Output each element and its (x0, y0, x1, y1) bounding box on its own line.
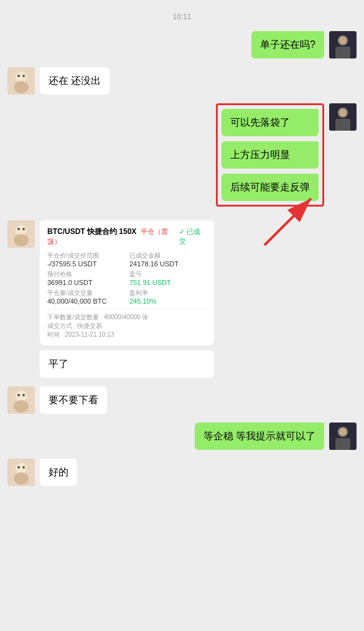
message-bubble: 等企稳 等我提示就可以了 (195, 423, 324, 450)
svg-point-32 (17, 466, 20, 469)
svg-point-18 (17, 228, 20, 230)
bubble-wrap: 要不要下看 (40, 386, 107, 414)
bubble-wrap: 还在 还没出 (40, 67, 110, 95)
svg-point-12 (339, 109, 347, 116)
trade-label: 盈亏 751.91 USDT (129, 270, 207, 286)
avatar (7, 220, 35, 248)
avatar (329, 423, 357, 450)
avatar (7, 386, 35, 414)
message-bubble-ping: 平了 (40, 350, 214, 378)
bubble-wrap: 等企稳 等我提示就可以了 (195, 423, 324, 450)
svg-point-7 (17, 75, 20, 77)
message-bubble: 好的 (40, 459, 77, 486)
svg-point-31 (14, 472, 29, 485)
avatar (7, 67, 35, 95)
message-bubble: 还在 还没出 (40, 67, 110, 95)
trade-card-grid: 平仓价/成交价范围 -/37595.5 USDT 已成交金额 24178.16 … (47, 251, 207, 305)
trade-label: 已成交金额 24178.16 USDT (129, 251, 207, 268)
highlighted-bubble-wrap: 可以先落袋了 上方压力明显 后续可能要走反弹 (216, 103, 324, 207)
svg-point-19 (22, 228, 25, 230)
svg-point-17 (14, 234, 29, 246)
highlight-box: 可以先落袋了 上方压力明显 后续可能要走反弹 (216, 103, 324, 207)
trade-card-header: BTC/USDT 快捷合约 150X 平仓（震荡） ✓ 已成交 (47, 227, 207, 246)
avatar (329, 103, 357, 131)
bubble-wrap: 好的 (40, 459, 77, 486)
svg-point-8 (22, 75, 25, 77)
highlighted-messages-row: 可以先落袋了 上方压力明显 后续可能要走反弹 (0, 103, 364, 207)
message-row: 要不要下看 (0, 386, 364, 414)
message-row: 等企稳 等我提示就可以了 (0, 423, 364, 450)
svg-point-22 (14, 400, 29, 413)
trade-card-title: BTC/USDT 快捷合约 150X (47, 227, 136, 236)
message-row: 好的 (0, 459, 364, 486)
trade-label: 预付价格 36991.0 USDT (47, 270, 124, 286)
trade-label: 平仓量/成交交量 40,000/40,000 BTC (47, 289, 124, 305)
avatar (329, 31, 357, 58)
svg-point-23 (17, 394, 20, 396)
trade-bubble-wrap: BTC/USDT 快捷合约 150X 平仓（震荡） ✓ 已成交 平仓价/成交价范… (40, 220, 214, 378)
trade-card-status: ✓ 已成交 (179, 227, 207, 246)
trade-card-footer: 下单数量/成交数量 40000/40000 张 成交方式 快捷交易 时间 202… (47, 313, 207, 339)
bubble-wrap: 单子还在吗? (251, 31, 324, 58)
svg-point-33 (22, 466, 25, 469)
svg-point-28 (339, 428, 347, 436)
trade-card[interactable]: BTC/USDT 快捷合约 150X 平仓（震荡） ✓ 已成交 平仓价/成交价范… (40, 220, 214, 345)
svg-rect-2 (335, 47, 350, 58)
timestamp: 10:11 (0, 12, 364, 21)
message-bubble-highlight-3: 后续可能要走反弹 (222, 174, 319, 201)
message-row: 还在 还没出 (0, 67, 364, 95)
svg-rect-11 (335, 119, 350, 131)
trade-label: 盈利率 245.10% (129, 289, 207, 305)
message-bubble-highlight-2: 上方压力明显 (222, 141, 319, 169)
svg-point-24 (22, 394, 25, 396)
message-bubble: 单子还在吗? (251, 31, 324, 58)
message-bubble-highlight-1: 可以先落袋了 (222, 109, 319, 136)
trade-message-row: BTC/USDT 快捷合约 150X 平仓（震荡） ✓ 已成交 平仓价/成交价范… (0, 220, 364, 378)
svg-rect-27 (335, 438, 350, 450)
svg-point-3 (339, 37, 347, 44)
avatar (7, 459, 35, 486)
chat-container: 10:11 单子还在吗? 还在 还没出 (0, 0, 364, 507)
message-row: 单子还在吗? (0, 31, 364, 58)
message-bubble: 要不要下看 (40, 386, 107, 414)
trade-label: 平仓价/成交价范围 -/37595.5 USDT (47, 251, 124, 268)
svg-point-6 (14, 81, 29, 93)
